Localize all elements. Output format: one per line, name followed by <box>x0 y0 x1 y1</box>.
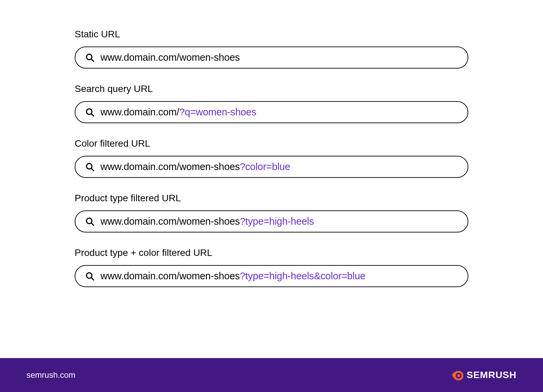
url-query-part: ?type=high-heels <box>240 216 314 227</box>
url-label: Product type filtered URL <box>75 193 468 204</box>
url-query-part: ?q=women-shoes <box>179 107 256 117</box>
url-label: Static URL <box>75 29 468 40</box>
url-pill: www.domain.com/women-shoes?type=high-hee… <box>75 265 468 287</box>
url-pill: www.domain.com/women-shoes?color=blue <box>75 156 468 178</box>
url-pill: www.domain.com/women-shoes <box>75 46 468 69</box>
url-example-search-query: Search query URL www.domain.com/?q=women… <box>75 83 468 123</box>
url-query-part: ?type=high-heels&color=blue <box>240 270 366 281</box>
svg-line-5 <box>91 168 94 171</box>
footer-domain-text: semrush.com <box>26 370 75 380</box>
svg-line-7 <box>91 223 94 225</box>
url-text: www.domain.com/women-shoes?type=high-hee… <box>100 270 366 282</box>
search-icon <box>86 272 94 281</box>
url-label: Search query URL <box>75 83 468 94</box>
url-text: www.domain.com/women-shoes?type=high-hee… <box>100 216 314 227</box>
url-pill: www.domain.com/women-shoes?type=high-hee… <box>75 210 468 232</box>
url-base-part: www.domain.com/women-shoes <box>100 270 240 281</box>
url-base-part: www.domain.com/women-shoes <box>100 161 240 172</box>
logo-text: SEMRUSH <box>467 370 517 380</box>
url-base-part: www.domain.com/ <box>100 107 179 117</box>
svg-line-3 <box>91 114 94 116</box>
url-example-static: Static URL www.domain.com/women-shoes <box>75 29 468 69</box>
url-text: www.domain.com/?q=women-shoes <box>100 107 256 118</box>
svg-line-9 <box>91 278 94 280</box>
semrush-logo: SEMRUSH <box>450 368 517 382</box>
url-label: Color filtered URL <box>75 138 468 149</box>
svg-line-1 <box>91 59 94 61</box>
url-label: Product type + color filtered URL <box>75 247 468 258</box>
search-icon <box>86 53 94 62</box>
url-query-part: ?color=blue <box>240 161 291 172</box>
search-icon <box>86 163 94 171</box>
svg-point-11 <box>457 374 460 377</box>
url-example-product-type-filtered: Product type filtered URL www.domain.com… <box>75 193 468 232</box>
search-icon <box>86 108 94 117</box>
fireball-icon <box>450 368 464 382</box>
url-example-color-filtered: Color filtered URL www.domain.com/women-… <box>75 138 468 178</box>
url-pill: www.domain.com/?q=women-shoes <box>75 101 468 123</box>
url-base-part: www.domain.com/women-shoes <box>100 216 240 227</box>
url-example-combined-filtered: Product type + color filtered URL www.do… <box>75 247 468 287</box>
url-base-part: www.domain.com/women-shoes <box>100 52 240 63</box>
search-icon <box>86 217 94 226</box>
footer-bar: semrush.com SEMRUSH <box>0 358 543 392</box>
content-area: Static URL www.domain.com/women-shoes Se… <box>0 0 543 358</box>
url-text: www.domain.com/women-shoes <box>100 52 240 63</box>
url-text: www.domain.com/women-shoes?color=blue <box>100 161 290 172</box>
